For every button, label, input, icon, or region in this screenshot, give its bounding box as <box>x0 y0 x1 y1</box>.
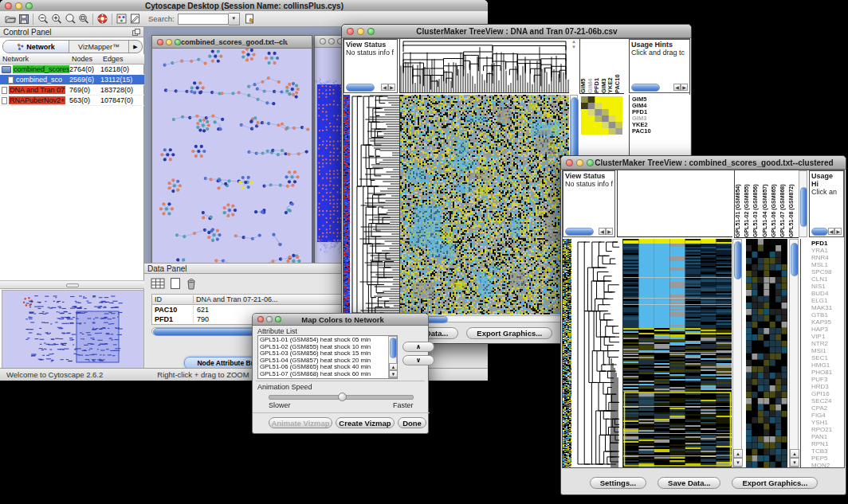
tv2-column-label[interactable]: GPL51-03 (GSM856) <box>752 172 761 237</box>
tv2-gene-label[interactable]: MON2 <box>811 462 844 467</box>
tv2-gene-label[interactable]: TCB3 <box>811 447 844 455</box>
tv2-gene-label[interactable]: HRD3 <box>811 383 844 390</box>
network-row[interactable]: DNA and Tran 07769(0)183728(0) <box>0 85 144 96</box>
tv2-column-label[interactable]: GPL51-02 (GSM855) <box>744 172 752 237</box>
zoom-fit-icon[interactable] <box>77 13 90 25</box>
tv2-gene-label[interactable]: MAK31 <box>811 304 844 311</box>
delete-attribute-icon[interactable] <box>186 277 197 290</box>
zoom-button[interactable] <box>587 159 594 166</box>
close-button[interactable] <box>157 39 163 45</box>
tv2-heatmap[interactable] <box>622 239 732 467</box>
attribute-list-scrollbar[interactable]: ▲▼ <box>388 336 397 378</box>
tv2-gene-label[interactable]: GTB1 <box>811 311 844 318</box>
treeview1-titlebar[interactable]: ClusterMaker TreeView : DNA and Tran 07-… <box>342 25 691 38</box>
search-input[interactable] <box>178 14 229 25</box>
dialog-titlebar[interactable]: Map Colors to Network <box>253 314 428 326</box>
tv2-gene-label[interactable]: SEC24 <box>811 397 844 404</box>
tv2-gene-label[interactable]: PEP5 <box>811 455 844 462</box>
tv2-gene-label[interactable]: VIP1 <box>811 333 844 340</box>
tv2-collabel-scrollbar[interactable] <box>799 170 807 237</box>
cytoscape-titlebar[interactable]: Cytoscape Desktop (Session Name: collins… <box>0 0 488 12</box>
minimize-button[interactable] <box>576 159 583 166</box>
tv2-gene-label[interactable]: YSH1 <box>811 419 844 426</box>
save-icon[interactable] <box>17 13 30 25</box>
tv2-gene-label[interactable]: PAN1 <box>811 433 844 440</box>
close-button[interactable] <box>566 159 573 166</box>
tv2-gene-label[interactable]: ELG1 <box>811 297 844 304</box>
tv2-gene-label[interactable]: GPI16 <box>811 390 844 397</box>
tv2-zoom-scrollbar[interactable]: ▲▼ <box>789 239 799 467</box>
minimize-button[interactable] <box>15 2 22 10</box>
tv2-gene-label[interactable]: YRA1 <box>811 247 844 254</box>
zoom-in-icon[interactable] <box>49 13 63 25</box>
tv2-column-label[interactable]: GPL51-07 (GSM868) <box>779 172 788 237</box>
new-attribute-icon[interactable] <box>170 277 181 290</box>
tv1-col-dendrogram[interactable] <box>399 39 569 93</box>
tv1-status-scrollbar[interactable]: ◀▶ <box>346 84 395 91</box>
minimize-button[interactable] <box>166 39 172 45</box>
edit-report-icon[interactable] <box>243 13 257 25</box>
data-table-header[interactable]: ID DNA and Tran 07-21-06... <box>152 295 342 305</box>
tab-overflow-arrow[interactable]: ▶ <box>128 41 142 53</box>
zoom-button[interactable] <box>26 2 33 10</box>
move-down-button[interactable]: ∨ <box>402 355 434 365</box>
move-up-button[interactable]: ∧ <box>402 342 434 352</box>
tv1-row-dendrogram[interactable] <box>351 95 399 315</box>
minimize-button[interactable] <box>266 316 273 322</box>
search-dropdown-button[interactable]: ▼ <box>229 13 240 25</box>
attribute-select-icon[interactable] <box>151 277 165 290</box>
tv2-gene-label[interactable]: MSL1 <box>811 261 844 268</box>
zoom-out-icon[interactable] <box>36 13 49 25</box>
tv2-zoom-heatmap[interactable] <box>746 239 787 467</box>
tv2-vscrollbar[interactable]: ▲▼ <box>732 239 742 467</box>
tab-vizmapper[interactable]: VizMapper™ <box>69 41 128 53</box>
close-button[interactable] <box>257 316 264 322</box>
tab-network[interactable]: Network <box>3 41 69 53</box>
tv1-col-scroll-arrows[interactable]: ▲▼ <box>570 39 578 93</box>
network-row[interactable]: combined_sco2569(6)13112(15) <box>0 75 144 85</box>
minimize-button[interactable] <box>357 28 364 35</box>
tv2-column-label[interactable]: GPL51-04 (GSM857) <box>762 172 771 237</box>
zoom-button[interactable] <box>367 28 375 35</box>
tv2-gene-label[interactable]: CLN1 <box>811 275 844 283</box>
tv2-row-dendrogram[interactable] <box>573 239 621 467</box>
attribute-list[interactable]: GPL51-01 (GSM854) heat shock 05 minGPL51… <box>257 335 398 379</box>
close-button[interactable] <box>5 2 12 10</box>
tv2-gene-label[interactable]: FIG4 <box>811 412 844 419</box>
tv2-gene-label[interactable]: NTR2 <box>811 340 844 347</box>
tv1-heatmap[interactable] <box>399 95 569 315</box>
tv1-export-graphics-button[interactable]: Export Graphics... <box>466 327 552 339</box>
create-vizmap-button[interactable]: Create Vizmap <box>336 417 395 428</box>
tv1-global-strip[interactable] <box>344 95 350 315</box>
tv2-status-scrollbar[interactable]: ◀▶ <box>565 228 613 235</box>
tv1-row-label[interactable]: PAC10 <box>632 128 690 135</box>
tv2-export-graphics-button[interactable]: Export Graphics... <box>732 477 818 489</box>
tv1-zoom-heatmap[interactable] <box>581 96 622 135</box>
tv2-gene-label[interactable]: PUF3 <box>811 376 844 383</box>
tv2-gene-label[interactable]: KAP95 <box>811 318 844 326</box>
tv2-gene-label[interactable]: PFD1 <box>811 240 844 247</box>
tv2-gene-label[interactable]: SPC98 <box>811 268 844 275</box>
network-table-header[interactable]: Network Nodes Edges <box>0 54 144 64</box>
tv2-column-label[interactable]: GPL51-06 (GSM865) <box>771 172 779 237</box>
network-row[interactable]: RNAPuberNov2+563(0)107847(0) <box>0 96 144 106</box>
tv2-column-label[interactable]: GPL51-01 (GSM854) <box>735 172 744 237</box>
zoom-selected-icon[interactable] <box>63 13 77 25</box>
tv1-column-label[interactable]: PAC10 <box>614 45 622 93</box>
tv2-hints-scrollbar[interactable]: ◀▶ <box>811 228 842 235</box>
zoom-button[interactable] <box>275 316 281 322</box>
tv2-gene-label[interactable]: BUD4 <box>811 290 844 297</box>
tv2-gene-label[interactable]: HAP3 <box>811 326 844 333</box>
tv1-column-label[interactable]: YKE2 <box>607 45 614 93</box>
network-view-window-1[interactable]: combined_scores_good.txt--cluste... <box>151 35 312 290</box>
control-panel-splitter[interactable] <box>0 280 144 289</box>
tv1-column-label[interactable]: GIM4 <box>587 45 595 93</box>
tv2-gene-label[interactable]: SEC1 <box>811 354 844 361</box>
tv1-column-label[interactable]: PFD1 <box>594 45 601 93</box>
tv2-gene-label[interactable]: PHO81 <box>811 369 844 376</box>
tv2-gene-label[interactable]: RPN1 <box>811 440 844 447</box>
tv2-col-dendrogram-area[interactable] <box>617 170 732 237</box>
slider-thumb[interactable] <box>338 393 347 401</box>
tv2-gene-label[interactable]: CPA2 <box>811 404 844 412</box>
animation-speed-slider[interactable] <box>269 395 414 400</box>
